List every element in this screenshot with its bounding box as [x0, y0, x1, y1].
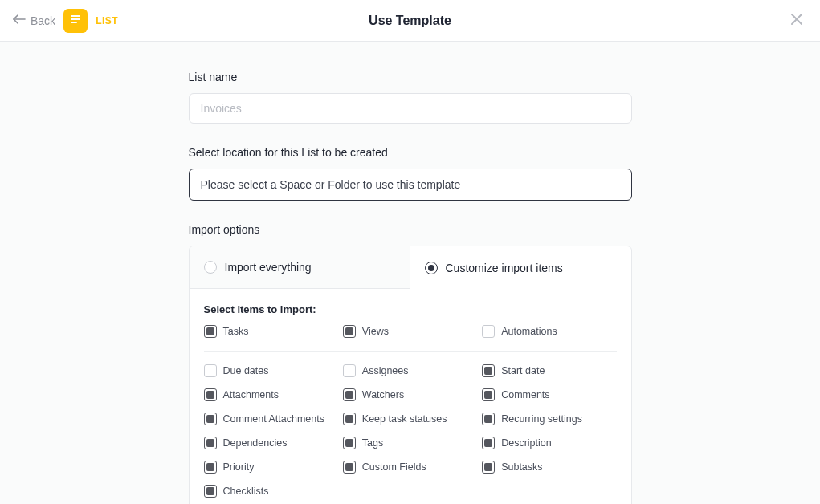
checkbox-label: Tasks — [223, 326, 249, 337]
checkbox-checked-icon — [204, 413, 217, 425]
arrow-left-icon — [13, 14, 26, 27]
radio-customize-items[interactable]: Customize import items — [410, 246, 631, 289]
checkbox-label: Recurring settings — [501, 413, 582, 425]
import-box: Import everything Customize import items… — [189, 246, 632, 504]
close-icon — [789, 17, 804, 29]
checkbox-label: Views — [362, 326, 389, 337]
list-name-input[interactable] — [189, 93, 632, 124]
radio-dot — [428, 265, 434, 271]
close-button[interactable] — [786, 9, 807, 32]
location-select[interactable]: Please select a Space or Folder to use t… — [189, 169, 632, 201]
checkbox-checked-icon — [343, 413, 356, 425]
content-scroll[interactable]: List name Select location for this List … — [0, 42, 820, 504]
checkbox-checked-icon — [343, 461, 356, 474]
checkbox-label: Assignees — [362, 365, 409, 376]
checkbox-dependencies[interactable]: Dependencies — [204, 437, 338, 449]
checkbox-automations[interactable]: Automations — [482, 325, 616, 338]
content: List name Select location for this List … — [189, 42, 632, 504]
radio-unchecked-icon — [204, 261, 217, 274]
radio-label-everything: Import everything — [225, 261, 312, 274]
checkbox-subtasks[interactable]: Subtasks — [482, 461, 616, 474]
items-columns: Due datesAssigneesStart dateAttachmentsW… — [204, 364, 617, 498]
checkbox-label: Description — [501, 437, 552, 449]
checkbox-tags[interactable]: Tags — [343, 437, 477, 449]
import-radio-row: Import everything Customize import items — [190, 246, 631, 289]
checkbox-checked-icon — [343, 388, 356, 401]
checkbox-checked-icon — [204, 325, 217, 338]
checkbox-comments[interactable]: Comments — [482, 388, 616, 401]
checkbox-label: Attachments — [223, 389, 279, 400]
radio-import-everything[interactable]: Import everything — [190, 246, 410, 289]
checkbox-priority[interactable]: Priority — [204, 461, 338, 474]
checkbox-unchecked-icon — [343, 364, 356, 377]
checkbox-label: Comments — [501, 389, 549, 400]
checkbox-checked-icon — [343, 325, 356, 338]
checkbox-label: Comment Attachments — [223, 413, 324, 425]
checkbox-views[interactable]: Views — [343, 325, 477, 338]
checkbox-label: Tags — [362, 437, 383, 449]
checkbox-description[interactable]: Description — [482, 437, 616, 449]
items-section: Select items to import: TasksViewsAutoma… — [190, 289, 631, 504]
location-section: Select location for this List to be crea… — [189, 146, 632, 201]
import-options-section: Import options Import everything Customi… — [189, 223, 632, 504]
checkbox-start-date[interactable]: Start date — [482, 364, 616, 377]
checkbox-due-dates[interactable]: Due dates — [204, 364, 338, 377]
checkbox-label: Start date — [501, 365, 545, 376]
list-icon — [69, 13, 82, 29]
checkbox-checked-icon — [204, 461, 217, 474]
list-badge: LIST — [96, 15, 118, 26]
checkbox-checked-icon — [482, 461, 495, 474]
checkbox-checked-icon — [482, 413, 495, 425]
import-options-label: Import options — [189, 223, 632, 236]
checkbox-label: Due dates — [223, 365, 269, 376]
checkbox-custom-fields[interactable]: Custom Fields — [343, 461, 477, 474]
checkbox-assignees[interactable]: Assignees — [343, 364, 477, 377]
page-title: Use Template — [369, 14, 451, 28]
checkbox-comment-attachments[interactable]: Comment Attachments — [204, 413, 338, 425]
checkbox-checked-icon — [204, 388, 217, 401]
checkbox-label: Subtasks — [501, 461, 542, 473]
checkbox-unchecked-icon — [204, 364, 217, 377]
radio-checked-icon — [425, 262, 438, 274]
checkbox-label: Checklists — [223, 486, 269, 497]
checkbox-checked-icon — [204, 437, 217, 449]
modal-header: Back LIST Use Template — [0, 0, 820, 42]
checkbox-label: Dependencies — [223, 437, 288, 449]
location-label: Select location for this List to be crea… — [189, 146, 632, 159]
items-top-row: TasksViewsAutomations — [204, 325, 617, 352]
back-label: Back — [31, 14, 55, 27]
checkbox-recurring-settings[interactable]: Recurring settings — [482, 413, 616, 425]
checkbox-label: Priority — [223, 461, 255, 473]
list-icon-box — [63, 9, 88, 33]
radio-label-customize: Customize import items — [446, 262, 563, 274]
checkbox-keep-task-statuses[interactable]: Keep task statuses — [343, 413, 477, 425]
checkbox-label: Custom Fields — [362, 461, 426, 473]
checkbox-checked-icon — [482, 364, 495, 377]
items-heading: Select items to import: — [204, 303, 617, 315]
checkbox-tasks[interactable]: Tasks — [204, 325, 338, 338]
checkbox-checked-icon — [482, 437, 495, 449]
checkbox-checked-icon — [482, 388, 495, 401]
back-button[interactable]: Back — [13, 14, 55, 27]
checkbox-attachments[interactable]: Attachments — [204, 388, 338, 401]
list-name-section: List name — [189, 71, 632, 124]
checkbox-checked-icon — [204, 485, 217, 498]
checkbox-unchecked-icon — [482, 325, 495, 338]
checkbox-checked-icon — [343, 437, 356, 449]
checkbox-label: Automations — [501, 326, 557, 337]
checkbox-label: Keep task statuses — [362, 413, 447, 425]
checkbox-checklists[interactable]: Checklists — [204, 485, 338, 498]
list-name-label: List name — [189, 71, 632, 83]
checkbox-watchers[interactable]: Watchers — [343, 388, 477, 401]
header-left: Back LIST — [13, 9, 118, 33]
checkbox-label: Watchers — [362, 389, 404, 400]
